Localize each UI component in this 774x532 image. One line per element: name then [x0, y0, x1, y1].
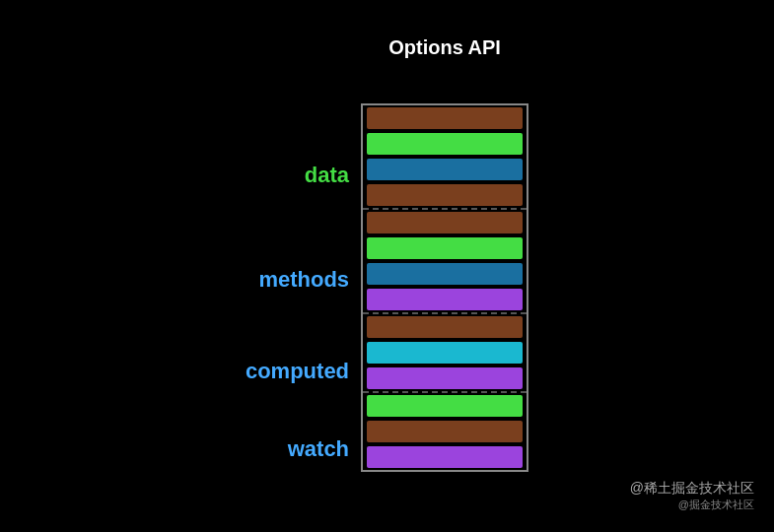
section-data — [363, 105, 527, 210]
label-methods: methods — [258, 267, 349, 293]
main-container: datamethodscomputedwatch Options API — [0, 0, 774, 532]
label-wrapper-watch: watch — [288, 411, 349, 488]
section-watch — [363, 393, 527, 470]
labels-column: datamethodscomputedwatch — [246, 64, 349, 488]
diagram-wrapper: datamethodscomputedwatch Options API — [246, 64, 528, 488]
bar-green — [367, 133, 523, 155]
options-api-title: Options API — [361, 36, 528, 59]
bar-green — [367, 395, 523, 417]
options-box — [361, 103, 528, 472]
bar-brown — [367, 184, 523, 206]
label-wrapper-data: data — [305, 123, 349, 228]
bar-brown — [367, 421, 523, 442]
section-methods — [363, 210, 527, 314]
bar-blue-dark — [367, 263, 523, 285]
bar-brown — [367, 212, 523, 233]
label-watch: watch — [288, 436, 349, 462]
watermark-main: @稀土掘金技术社区 — [630, 480, 754, 498]
bar-brown — [367, 107, 523, 129]
bar-purple — [367, 289, 523, 310]
bar-green — [367, 237, 523, 259]
bar-purple — [367, 446, 523, 468]
bar-brown — [367, 316, 523, 338]
label-data: data — [305, 163, 349, 188]
label-wrapper-methods: methods — [258, 228, 349, 332]
label-computed: computed — [246, 359, 349, 384]
watermark: @稀土掘金技术社区 @掘金技术社区 — [630, 480, 754, 512]
bar-cyan — [367, 342, 523, 364]
label-wrapper-computed: computed — [246, 332, 349, 411]
bar-blue-dark — [367, 159, 523, 180]
section-computed — [363, 314, 527, 393]
bar-purple — [367, 367, 523, 389]
watermark-sub: @掘金技术社区 — [630, 498, 754, 512]
